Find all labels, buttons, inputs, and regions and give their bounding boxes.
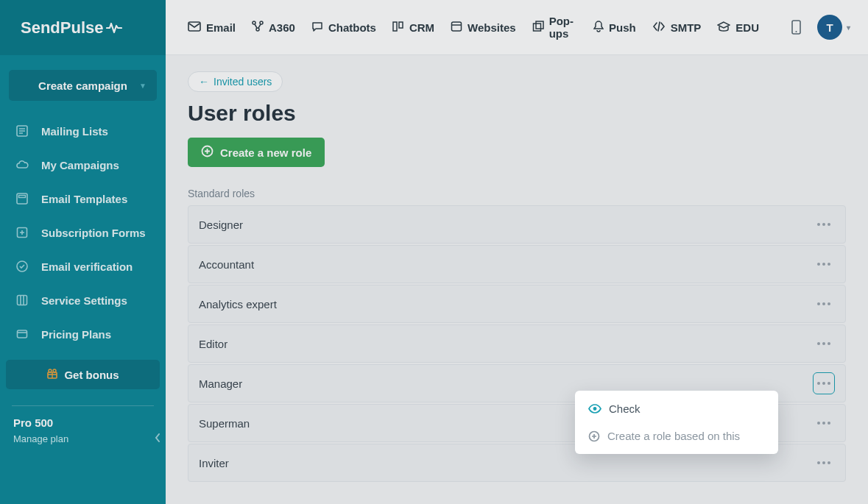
topnav-label: Email xyxy=(206,21,236,34)
sidebar-item-label: Mailing Lists xyxy=(41,125,108,138)
gift-icon xyxy=(46,368,58,382)
manage-plan-link[interactable]: Manage plan xyxy=(13,433,152,444)
role-actions-button[interactable] xyxy=(813,372,835,394)
svg-rect-12 xyxy=(393,22,397,31)
topnav-email[interactable]: Email xyxy=(188,21,236,34)
role-actions-button[interactable] xyxy=(813,253,835,275)
role-actions-menu: Check Create a role based on this xyxy=(575,391,778,454)
svg-point-21 xyxy=(822,223,825,226)
get-bonus-button[interactable]: Get bonus xyxy=(6,360,160,389)
collapse-sidebar-button[interactable] xyxy=(151,430,164,445)
window-icon xyxy=(451,21,462,35)
sidebar-item-my-campaigns[interactable]: My Campaigns xyxy=(0,148,166,182)
sidebar-item-label: Pricing Plans xyxy=(41,328,111,341)
wallet-icon xyxy=(15,327,29,341)
envelope-icon xyxy=(188,21,201,34)
topnav-popups[interactable]: Pop-ups xyxy=(532,15,577,40)
sidebar-item-pricing-plans[interactable]: Pricing Plans xyxy=(0,317,166,351)
plus-circle-icon xyxy=(588,430,600,442)
back-invited-users-link[interactable]: ← Invited users xyxy=(188,71,283,92)
topnav-label: Chatbots xyxy=(328,21,376,34)
topnav-websites[interactable]: Websites xyxy=(451,21,516,35)
section-label: Standard roles xyxy=(188,188,846,199)
svg-point-24 xyxy=(822,263,825,266)
templates-icon xyxy=(15,192,29,205)
sidebar-item-label: Service Settings xyxy=(41,294,127,307)
graduation-icon xyxy=(717,21,730,34)
divider xyxy=(12,405,154,406)
chevron-down-icon: ▼ xyxy=(139,82,147,90)
svg-point-26 xyxy=(817,302,820,305)
role-row[interactable]: Designer xyxy=(188,205,846,244)
topnav-edu[interactable]: EDU xyxy=(717,21,759,34)
create-campaign-label: Create campaign xyxy=(38,79,127,92)
topnav-a360[interactable]: A360 xyxy=(252,21,295,35)
role-row[interactable]: Analytics expert xyxy=(188,285,846,323)
role-actions-button[interactable] xyxy=(813,213,835,235)
topbar: Email A360 Chatbots CRM Websites Pop-ups xyxy=(166,0,868,55)
role-actions-button[interactable] xyxy=(813,452,835,474)
topnav-smtp[interactable]: SMTP xyxy=(652,21,702,34)
svg-point-27 xyxy=(822,302,825,305)
list-icon xyxy=(15,124,29,138)
account-menu[interactable]: T ▾ xyxy=(817,15,850,40)
menu-item-label: Check xyxy=(609,402,641,415)
create-new-role-button[interactable]: Create a new role xyxy=(188,138,325,167)
svg-point-37 xyxy=(828,422,830,425)
menu-item-create-based[interactable]: Create a role based on this xyxy=(575,422,778,450)
role-row[interactable]: Editor xyxy=(188,324,846,363)
sidebar-item-subscription-forms[interactable]: Subscription Forms xyxy=(0,216,166,249)
svg-rect-15 xyxy=(533,24,540,31)
brand-name: SendPulse xyxy=(21,18,103,38)
sidebar-item-mailing-lists[interactable]: Mailing Lists xyxy=(0,114,166,148)
svg-point-36 xyxy=(822,422,825,425)
topnav-label: Pop-ups xyxy=(549,15,577,40)
role-name: Manager xyxy=(199,377,242,390)
role-name: Accountant xyxy=(199,258,254,271)
create-campaign-button[interactable]: Create campaign ▼ xyxy=(9,70,157,101)
topnav-label: CRM xyxy=(409,21,434,34)
topnav-label: EDU xyxy=(735,21,759,34)
pulse-icon xyxy=(106,21,122,35)
sidebar-item-label: My Campaigns xyxy=(41,159,119,171)
topnav-crm[interactable]: CRM xyxy=(392,21,434,35)
kanban-icon xyxy=(392,21,404,35)
svg-rect-16 xyxy=(536,21,543,29)
svg-point-30 xyxy=(822,342,825,345)
role-name: Analytics expert xyxy=(199,298,277,310)
nodes-icon xyxy=(252,21,264,35)
svg-point-28 xyxy=(828,302,830,305)
svg-point-31 xyxy=(828,342,830,345)
columns-icon xyxy=(15,294,29,307)
topnav-chatbots[interactable]: Chatbots xyxy=(311,21,376,35)
arrow-left-icon: ← xyxy=(199,76,209,88)
sidebar-item-email-verification[interactable]: Email verification xyxy=(0,249,166,283)
code-icon xyxy=(652,21,666,34)
sidebar-item-email-templates[interactable]: Email Templates xyxy=(0,182,166,216)
svg-rect-6 xyxy=(18,330,27,338)
sidebar-nav: Mailing Lists My Campaigns Email Templat… xyxy=(0,114,166,351)
role-actions-button[interactable] xyxy=(813,333,835,355)
svg-point-11 xyxy=(256,28,259,31)
topnav-push[interactable]: Push xyxy=(593,21,636,35)
svg-point-9 xyxy=(253,21,255,24)
svg-point-29 xyxy=(817,342,820,345)
svg-point-33 xyxy=(822,382,825,385)
menu-item-check[interactable]: Check xyxy=(575,395,778,422)
plan-name: Pro 500 xyxy=(13,416,152,429)
svg-rect-14 xyxy=(452,22,462,31)
svg-point-39 xyxy=(822,461,825,464)
sidebar-item-service-settings[interactable]: Service Settings xyxy=(0,283,166,317)
bonus-label: Get bonus xyxy=(64,369,119,381)
eye-icon xyxy=(588,404,601,414)
role-row[interactable]: Accountant xyxy=(188,245,846,283)
topnav-label: Push xyxy=(609,21,636,34)
bell-icon xyxy=(593,21,604,35)
role-actions-button[interactable] xyxy=(813,412,835,434)
role-actions-button[interactable] xyxy=(813,293,835,315)
form-icon xyxy=(15,226,29,239)
sidebar-item-label: Subscription Forms xyxy=(41,227,146,239)
mobile-icon[interactable] xyxy=(791,20,801,35)
brand-logo[interactable]: SendPulse xyxy=(0,0,166,55)
svg-point-25 xyxy=(828,263,830,266)
